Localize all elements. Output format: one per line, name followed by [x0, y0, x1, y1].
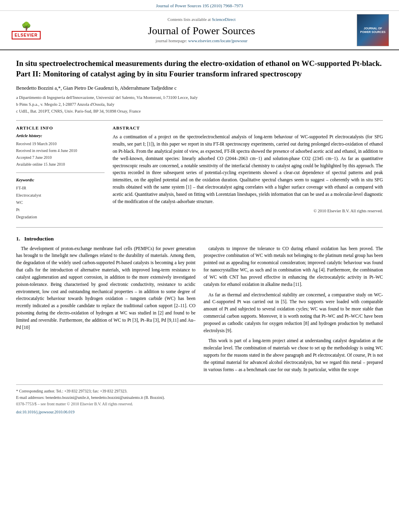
doi-link[interactable]: doi:10.1016/j.jpowsour.2010.06.019 [16, 410, 74, 414]
article-info-column: ARTICLE INFO Article history: Received 1… [16, 125, 105, 220]
affiliation-a: a Dipartimento di Ingegneria dell'Innova… [16, 94, 383, 101]
revised-date: Received in revised form 4 June 2010 [16, 147, 105, 154]
footnote-area: * Corresponding author. Tel.: +39 832 29… [16, 384, 383, 415]
abstract-text: As a continuation of a project on the sp… [113, 134, 383, 205]
article-title: In situ spectroelectrochemical measureme… [16, 58, 383, 79]
affiliation-c: c UdIL, Bat. 201PT, CNRS, Univ. Paris-Su… [16, 108, 383, 115]
keyword-4: Pt [16, 206, 105, 214]
journal-top-bar: Journal of Power Sources 195 (2010) 7968… [0, 0, 399, 11]
introduction-section: 1. Introduction The development of proto… [16, 236, 383, 377]
sciencedirect-link[interactable]: ScienceDirect [212, 17, 236, 22]
intro-col-left: The development of proton-exchange membr… [16, 245, 195, 377]
keyword-5: Degradation [16, 214, 105, 221]
abstract-column: ABSTRACT As a continuation of a project … [113, 125, 383, 220]
journal-title: Journal of Power Sources [56, 25, 347, 37]
article-info-abstract-section: ARTICLE INFO Article history: Received 1… [16, 125, 383, 220]
elsevier-logo-area: 🌳 ELSEVIER [8, 14, 48, 46]
keywords-label: Keywords: [16, 178, 105, 182]
copyright-notice: © 2010 Elsevier B.V. All rights reserved… [113, 209, 383, 213]
journal-title-area: Contents lists available at ScienceDirec… [52, 14, 351, 46]
corresponding-author-note: * Corresponding author. Tel.: +39 832 29… [16, 388, 383, 394]
elsevier-tree-icon: 🌳 [12, 21, 40, 31]
journal-cover-image: JOURNAL OF POWER SOURCES [357, 14, 389, 46]
author-names: Benedetto Bozzini a,*, Gian Pietro De Ga… [16, 85, 177, 91]
intro-para-2: catalysts to improve the tolerance to CO… [204, 245, 383, 288]
doi-line: doi:10.1016/j.jpowsour.2010.06.019 [16, 409, 383, 415]
elsevier-logo: 🌳 ELSEVIER [8, 20, 44, 40]
keyword-1: FT-IR [16, 185, 105, 192]
elsevier-wordmark: ELSEVIER [12, 31, 40, 39]
journal-homepage: journal homepage: www.elsevier.com/locat… [56, 39, 347, 43]
email-label: E-mail addresses: [16, 395, 45, 400]
introduction-columns: The development of proton-exchange membr… [16, 245, 383, 377]
journal-cover-area: JOURNAL OF POWER SOURCES [355, 14, 391, 46]
section-number: 1. [16, 236, 20, 242]
intro-para-3: As far as thermal and electrochemical st… [204, 292, 383, 335]
intro-col-right: catalysts to improve the tolerance to CO… [204, 245, 383, 377]
email2: benedetto.bozzini@unisalento.it (B. Bozz… [91, 395, 165, 400]
keywords-divider [16, 173, 105, 173]
affiliations: a Dipartimento di Ingegneria dell'Innova… [16, 94, 383, 115]
contents-line: Contents lists available at ScienceDirec… [56, 17, 347, 22]
email1-link[interactable]: benedetto.bozzini@unile.it, [45, 395, 90, 400]
journal-header: 🌳 ELSEVIER Contents lists available at S… [0, 11, 399, 50]
keyword-3: WC [16, 199, 105, 206]
keywords-section: Keywords: FT-IR Electrocatalyst WC Pt De… [16, 178, 105, 220]
accepted-date: Accepted 7 June 2010 [16, 154, 105, 161]
section-divider [16, 120, 383, 121]
journal-homepage-link[interactable]: www.elsevier.com/locate/jpowsour [188, 39, 247, 43]
body-divider [16, 227, 383, 228]
keyword-2: Electrocatalyst [16, 192, 105, 199]
section-title: Introduction [24, 236, 53, 242]
article-history-label: Article history: [16, 134, 105, 138]
journal-citation-link[interactable]: Journal of Power Sources 195 (2010) 7968… [156, 3, 243, 8]
issn-line: 0378-7753/$ – see front matter © 2010 El… [16, 401, 383, 407]
authors: Benedetto Bozzini a,*, Gian Pietro De Ga… [16, 84, 383, 92]
introduction-heading: 1. Introduction [16, 236, 383, 242]
article-info-heading: ARTICLE INFO [16, 125, 105, 130]
intro-para-4: This work is part of a long-term project… [204, 337, 383, 373]
affiliation-b: b Pims S.p.a., v. Megolo 2, I-28877 Anzo… [16, 101, 383, 108]
intro-para-1: The development of proton-exchange membr… [16, 245, 195, 331]
received-date: Received 19 March 2010 [16, 140, 105, 147]
available-date: Available online 15 June 2010 [16, 161, 105, 168]
abstract-heading: ABSTRACT [113, 125, 383, 130]
article-container: In situ spectroelectrochemical measureme… [0, 50, 399, 423]
email-note: E-mail addresses: benedetto.bozzini@unil… [16, 394, 383, 401]
